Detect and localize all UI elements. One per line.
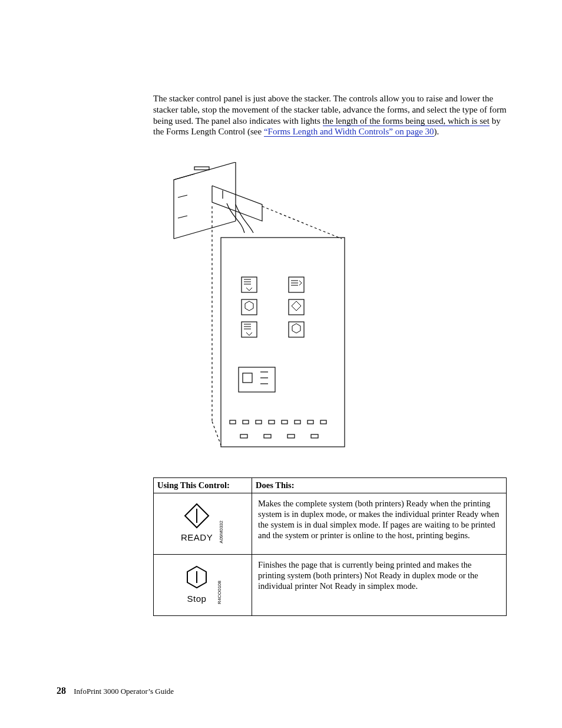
svg-rect-39 [264,434,271,438]
page-number: 28 [57,686,66,696]
svg-rect-38 [240,434,247,438]
svg-rect-26 [243,373,252,383]
control-icon-cell: READY A09M0332 [154,493,252,555]
intro-paragraph: The stacker control panel is just above … [153,93,507,137]
stop-icon [183,563,211,591]
stop-label: Stop [183,594,211,605]
svg-rect-9 [242,299,257,315]
svg-marker-20 [292,301,301,311]
svg-line-5 [212,421,221,445]
svg-rect-32 [256,420,262,424]
svg-rect-33 [269,420,275,424]
ready-label: READY [181,532,213,543]
control-icon-cell: Stop R4CO0108 [154,554,252,615]
footer-title: InfoPrint 3000 Operator’s Guide [74,687,174,696]
document-page: The stacker control panel is just above … [0,0,562,728]
paragraph-tail: ). [434,127,439,136]
stacker-diagram [153,162,507,460]
ready-partno: A09M0332 [219,521,224,543]
cross-reference-link[interactable]: “Forms Length and Width Controls” on pag… [264,127,434,137]
svg-line-0 [178,195,187,197]
svg-line-4 [262,206,342,239]
svg-rect-12 [289,322,304,337]
table-header-desc: Does This: [252,478,507,493]
controls-table: Using This Control: Does This: READY A09… [153,477,507,616]
svg-rect-10 [289,299,304,315]
svg-marker-19 [245,301,253,311]
paragraph-underlined: the length of the forms being used, whic… [323,116,490,126]
svg-rect-8 [289,277,304,292]
svg-rect-25 [239,367,275,392]
stop-partno: R4CO0108 [217,581,223,604]
svg-rect-40 [287,434,295,438]
svg-rect-2 [194,167,209,170]
svg-marker-24 [292,324,300,333]
ready-icon [183,502,211,530]
svg-line-1 [178,216,187,218]
control-desc-cell: Makes the complete system (both printers… [252,493,507,555]
svg-rect-6 [221,238,345,447]
svg-rect-36 [308,420,313,424]
svg-rect-34 [282,420,287,424]
table-header-row: Using This Control: Does This: [154,478,507,493]
svg-rect-30 [230,420,236,424]
svg-rect-35 [295,420,300,424]
table-header-control: Using This Control: [154,478,252,493]
control-desc-cell: Finishes the page that is currently bein… [252,554,507,615]
page-footer: 28 InfoPrint 3000 Operator’s Guide [57,686,174,696]
table-row: READY A09M0332 Makes the complete system… [154,493,507,555]
svg-rect-37 [320,420,326,424]
table-row: Stop R4CO0108 Finishes the page that is … [154,554,507,615]
svg-rect-41 [311,434,318,438]
svg-rect-31 [243,420,249,424]
